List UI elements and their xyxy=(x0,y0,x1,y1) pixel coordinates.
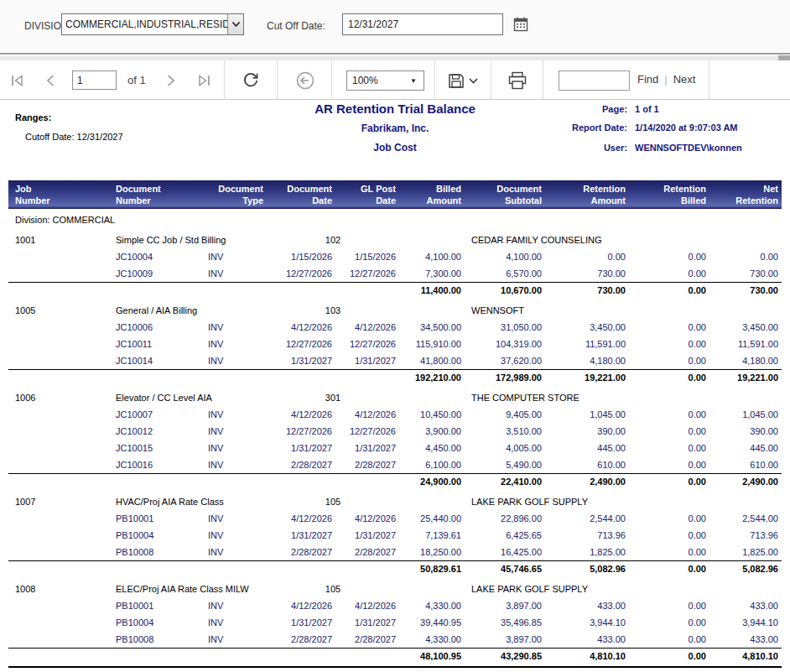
document-date: 4/12/2026 xyxy=(267,510,335,527)
amount-value: 3,450.00 xyxy=(709,319,782,336)
amount-value: 0.00 xyxy=(629,631,709,648)
last-page-button[interactable] xyxy=(193,60,215,100)
job-subtotal-row: 48,100.9543,290.854,810.100.004,810.10 xyxy=(8,648,782,664)
document-number: PB10008 xyxy=(109,544,203,560)
zoom-select[interactable]: 100% ▼ xyxy=(346,70,424,91)
amount-value: 0.00 xyxy=(629,440,709,456)
document-type: INV xyxy=(203,527,267,544)
table-cell xyxy=(8,282,399,299)
document-number: JC10012 xyxy=(109,423,203,440)
refresh-button[interactable] xyxy=(238,60,263,100)
amount-value: 1,045.00 xyxy=(709,406,782,423)
document-row: JC10015INV1/31/20271/31/20274,450.004,00… xyxy=(8,440,782,456)
customer-name: CEDAR FAMILY COUNSELING xyxy=(465,231,782,248)
amount-value: 4,005.00 xyxy=(465,440,545,456)
amount-value: 713.96 xyxy=(545,527,629,544)
document-row: JC10012INV12/27/202612/27/20263,900.003,… xyxy=(8,423,782,440)
previous-page-button[interactable] xyxy=(40,60,60,100)
column-header: Document Date xyxy=(267,180,335,209)
document-row: JC10011INV12/27/202612/27/2026115,910.00… xyxy=(8,336,782,352)
document-type: INV xyxy=(203,265,267,282)
cutoff-date-input[interactable] xyxy=(342,13,503,35)
amount-value: 3,897.00 xyxy=(465,631,545,648)
amount-value: 0.00 xyxy=(629,614,709,631)
current-page-input[interactable] xyxy=(72,70,117,90)
amount-value: 0.00 xyxy=(629,527,709,544)
document-type: INV xyxy=(203,336,267,352)
column-header: Document Number xyxy=(109,180,203,209)
document-row: JC10007INV4/12/20264/12/202610,450.009,4… xyxy=(8,406,782,423)
gl-post-date: 1/15/2026 xyxy=(335,248,399,265)
toolbar-separator xyxy=(331,60,332,100)
table-cell xyxy=(399,492,465,510)
job-subtotal-row: 192,210.00172,989.0019,221.000.0019,221.… xyxy=(8,369,782,386)
document-number: PB10004 xyxy=(109,614,203,631)
division-select[interactable]: COMMERCIAL,INDUSTRIAL,RESID xyxy=(61,13,244,35)
report-date-label: Report Date: xyxy=(510,122,627,133)
document-date: 1/31/2027 xyxy=(267,352,335,369)
job-header-row: 1008ELEC/Proj AIA Rate Class MILW105LAKE… xyxy=(8,580,782,597)
toolbar-separator xyxy=(491,60,491,100)
document-type: INV xyxy=(203,319,267,336)
next-page-button[interactable] xyxy=(161,60,181,100)
subtotal-value: 43,290.85 xyxy=(465,648,545,664)
document-number: JC10006 xyxy=(109,319,203,336)
amount-value: 3,510.00 xyxy=(465,423,545,440)
customer-name: LAKE PARK GOLF SUPPLY xyxy=(465,492,782,510)
gl-post-date: 1/31/2027 xyxy=(335,440,399,456)
division-label: Division: COMMERCIAL xyxy=(8,209,782,231)
job-account: 103 xyxy=(267,301,399,319)
toolbar-separator xyxy=(277,60,278,100)
amount-value: 3,450.00 xyxy=(545,319,629,336)
document-date: 2/28/2027 xyxy=(267,456,335,473)
document-row: PB10004INV1/31/20271/31/202739,440.9535,… xyxy=(8,614,782,631)
table-cell xyxy=(8,265,109,282)
amount-value: 1,825.00 xyxy=(709,544,782,560)
document-date: 1/31/2027 xyxy=(267,440,335,456)
division-label-row: Division: COMMERCIAL xyxy=(8,209,782,231)
gl-post-date: 1/31/2027 xyxy=(335,527,399,544)
amount-value: 5,490.00 xyxy=(465,456,545,473)
column-header: Document Type xyxy=(203,180,267,209)
amount-value: 37,620.00 xyxy=(465,352,545,369)
document-date: 1/31/2027 xyxy=(267,614,335,631)
document-type: INV xyxy=(203,631,267,648)
back-to-parent-button[interactable] xyxy=(292,60,319,100)
find-input[interactable] xyxy=(559,70,630,91)
amount-value: 0.00 xyxy=(629,352,709,369)
job-description: Elevator / CC Level AIA xyxy=(109,388,267,406)
first-page-button[interactable] xyxy=(7,60,29,100)
gl-post-date: 12/27/2026 xyxy=(335,265,399,282)
table-cell xyxy=(399,388,465,406)
find-button[interactable]: Find xyxy=(637,73,658,86)
find-next-button[interactable]: Next xyxy=(673,73,696,86)
amount-value: 1,045.00 xyxy=(545,406,629,423)
division-total-value: 0.00 xyxy=(629,667,709,672)
document-row: JC10016INV2/28/20272/28/20276,100.005,49… xyxy=(8,456,782,473)
amount-value: 4,330.00 xyxy=(399,597,465,614)
chevron-down-icon[interactable] xyxy=(227,14,243,34)
report-page: Ranges: Cutoff Date: 12/31/2027 AR Reten… xyxy=(0,101,790,672)
page-count-label: of 1 xyxy=(127,74,146,86)
document-type: INV xyxy=(203,248,267,265)
print-button[interactable] xyxy=(505,60,530,100)
amount-value: 41,800.00 xyxy=(399,352,465,369)
document-row: PB10004INV1/31/20271/31/20277,139.616,42… xyxy=(8,527,782,544)
toolbar-separator xyxy=(543,60,543,100)
document-row: PB10001INV4/12/20264/12/202625,440.0022,… xyxy=(8,510,782,527)
document-number: JC10015 xyxy=(109,440,203,456)
document-type: INV xyxy=(203,510,267,527)
document-type: INV xyxy=(203,352,267,369)
calendar-icon[interactable] xyxy=(512,16,529,33)
parameter-bar: DIVISION COMMERCIAL,INDUSTRIAL,RESID Cut… xyxy=(0,0,790,55)
amount-value: 0.00 xyxy=(629,510,709,527)
amount-value: 390.00 xyxy=(709,423,782,440)
amount-value: 390.00 xyxy=(545,423,629,440)
export-save-button[interactable] xyxy=(446,60,483,100)
user-row: User: WENNSOFTDEV\konnen xyxy=(510,143,787,153)
gl-post-date: 12/27/2026 xyxy=(335,336,399,352)
division-total-row: Division COMMERCIALTotal:327,440.56295,1… xyxy=(8,667,782,672)
subtotal-value: 11,400.00 xyxy=(399,282,465,299)
document-row: JC10009INV12/27/202612/27/20267,300.006,… xyxy=(8,265,782,282)
amount-value: 433.00 xyxy=(545,597,629,614)
